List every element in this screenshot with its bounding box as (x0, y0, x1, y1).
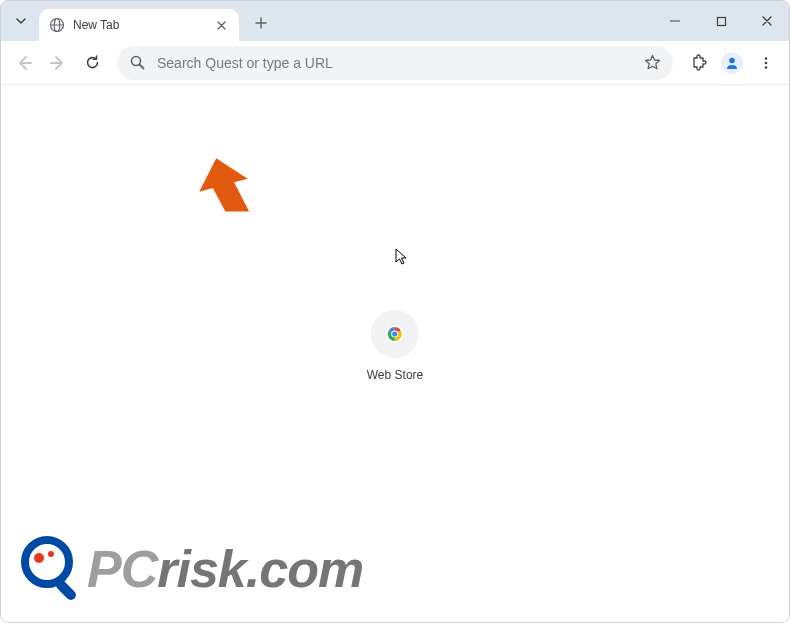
tab-search-button[interactable] (7, 7, 35, 35)
extensions-button[interactable] (683, 48, 713, 78)
svg-point-7 (729, 57, 735, 63)
back-button[interactable] (9, 48, 39, 78)
watermark-text-2: risk.com (157, 543, 363, 595)
shortcut-label: Web Store (367, 368, 423, 382)
svg-point-16 (48, 551, 54, 557)
page-content: Web Store PCrisk.com (1, 85, 789, 622)
svg-rect-4 (717, 17, 725, 25)
plus-icon (255, 17, 267, 29)
svg-point-15 (34, 553, 44, 563)
close-window-button[interactable] (753, 7, 781, 35)
address-bar[interactable] (117, 46, 673, 80)
arrow-left-icon (15, 54, 33, 72)
svg-point-14 (25, 540, 69, 584)
omnibox-input[interactable] (157, 55, 643, 71)
tab-title: New Tab (73, 18, 213, 32)
minimize-icon (669, 15, 681, 27)
toolbar (1, 41, 789, 85)
reload-button[interactable] (77, 48, 107, 78)
close-icon (217, 21, 226, 30)
search-icon (129, 55, 145, 71)
minimize-button[interactable] (661, 7, 689, 35)
cursor-icon (395, 248, 409, 266)
svg-rect-17 (54, 578, 78, 602)
magnifier-icon (17, 534, 87, 604)
maximize-icon (716, 16, 727, 27)
browser-tab[interactable]: New Tab (39, 9, 239, 41)
svg-line-6 (139, 65, 143, 69)
forward-button[interactable] (43, 48, 73, 78)
chevron-down-icon (15, 15, 27, 27)
bookmark-button[interactable] (643, 54, 661, 72)
svg-point-13 (392, 331, 397, 336)
star-icon (644, 54, 661, 71)
window-controls (661, 1, 781, 41)
web-store-icon (384, 323, 406, 345)
shortcut-icon-circle (371, 310, 419, 358)
svg-point-9 (765, 61, 768, 64)
tab-close-button[interactable] (213, 17, 229, 33)
tab-strip: New Tab (1, 1, 789, 41)
more-vertical-icon (759, 56, 773, 70)
arrow-right-icon (49, 54, 67, 72)
watermark: PCrisk.com (17, 534, 363, 604)
annotation-arrow-icon (196, 157, 254, 225)
watermark-text-1: PC (87, 543, 157, 595)
puzzle-icon (690, 54, 707, 71)
close-icon (761, 15, 773, 27)
shortcut-tile[interactable]: Web Store (367, 310, 423, 382)
profile-avatar-icon (721, 52, 743, 74)
profile-button[interactable] (717, 48, 747, 78)
globe-icon (49, 17, 65, 33)
new-tab-button[interactable] (247, 9, 275, 37)
svg-point-10 (765, 66, 768, 69)
svg-point-8 (765, 57, 768, 60)
maximize-button[interactable] (707, 7, 735, 35)
browser-window: New Tab (0, 0, 790, 623)
reload-icon (84, 54, 101, 71)
menu-button[interactable] (751, 48, 781, 78)
